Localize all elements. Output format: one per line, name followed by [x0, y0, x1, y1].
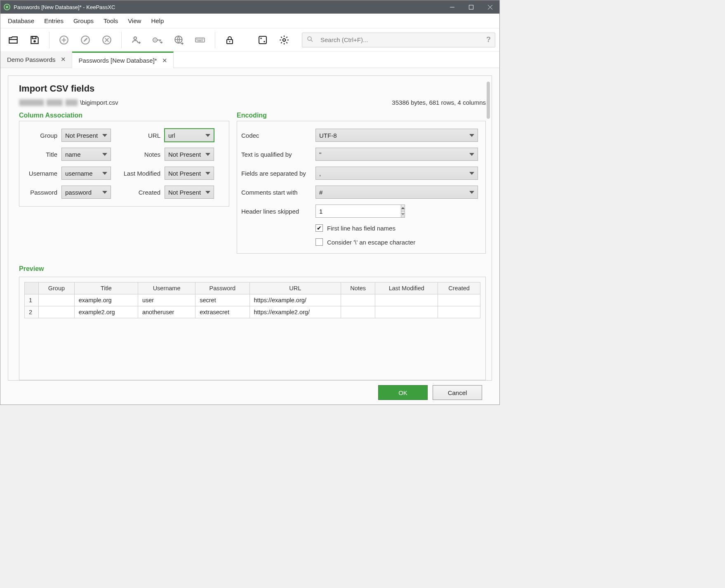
first-line-label: First line has field names: [327, 225, 395, 232]
menu-view[interactable]: View: [124, 15, 145, 27]
lock-db-button[interactable]: [221, 31, 238, 49]
menu-groups[interactable]: Groups: [69, 15, 98, 27]
first-line-checkbox[interactable]: [315, 224, 323, 232]
qualifier-dropdown[interactable]: ": [315, 148, 478, 161]
content-area: Import CSV fields \bigimport.csv 35386 b…: [0, 68, 499, 405]
preview-table: Group Title Username Password URL Notes …: [24, 282, 480, 318]
column-association-label: Column Association: [19, 112, 229, 119]
codec-label: Codec: [241, 132, 311, 139]
import-panel: Import CSV fields \bigimport.csv 35386 b…: [8, 75, 492, 381]
cancel-button[interactable]: Cancel: [433, 385, 482, 400]
copy-url-button[interactable]: [170, 31, 188, 49]
col-password[interactable]: Password: [195, 282, 250, 294]
menu-tools[interactable]: Tools: [99, 15, 122, 27]
search-input[interactable]: [320, 36, 480, 44]
title-dropdown[interactable]: name: [61, 148, 111, 161]
svg-rect-25: [259, 36, 266, 44]
svg-rect-14: [196, 39, 197, 40]
created-label: Created: [115, 189, 160, 196]
svg-point-26: [260, 38, 262, 39]
col-group[interactable]: Group: [39, 282, 75, 294]
table-row[interactable]: 2 example2.org anotheruser extrasecret h…: [25, 306, 480, 318]
col-username[interactable]: Username: [138, 282, 195, 294]
comment-dropdown[interactable]: #: [315, 186, 478, 199]
minimize-button[interactable]: [443, 0, 461, 14]
svg-rect-15: [198, 39, 198, 40]
notes-label: Notes: [115, 151, 160, 158]
password-label: Password: [24, 189, 57, 196]
tab-label: Passwords [New Database]*: [79, 57, 157, 64]
settings-button[interactable]: [275, 31, 293, 49]
group-label: Group: [24, 132, 57, 139]
username-label: Username: [24, 170, 57, 177]
menu-database[interactable]: Database: [4, 15, 38, 27]
chevron-down-icon: [469, 134, 474, 137]
spinner-down[interactable]: [401, 212, 405, 218]
notes-dropdown[interactable]: Not Present: [165, 148, 214, 161]
maximize-button[interactable]: [461, 0, 480, 14]
chevron-down-icon: [102, 153, 107, 156]
svg-rect-5: [33, 36, 36, 38]
password-generator-button[interactable]: [254, 31, 271, 49]
svg-point-9: [134, 37, 137, 40]
help-icon[interactable]: ?: [486, 35, 491, 44]
svg-point-27: [264, 41, 265, 42]
created-dropdown[interactable]: Not Present: [165, 186, 214, 199]
delete-entry-button[interactable]: [98, 31, 115, 49]
svg-rect-17: [200, 39, 201, 40]
header-skip-input[interactable]: [315, 205, 401, 218]
svg-rect-19: [202, 39, 203, 40]
svg-rect-22: [202, 40, 203, 41]
modified-label: Last Modified: [115, 170, 160, 177]
svg-point-24: [229, 41, 231, 42]
window-title: Passwords [New Database]* - KeePassXC: [14, 4, 443, 10]
toolbar: ?: [0, 28, 499, 52]
open-db-button[interactable]: [5, 31, 22, 49]
codec-dropdown[interactable]: UTF-8: [315, 129, 478, 142]
edit-entry-button[interactable]: [77, 31, 94, 49]
ok-button[interactable]: OK: [378, 385, 428, 400]
col-notes[interactable]: Notes: [341, 282, 375, 294]
menu-entries[interactable]: Entries: [40, 15, 68, 27]
separator-dropdown[interactable]: ,: [315, 167, 478, 180]
scrollbar[interactable]: [487, 82, 490, 376]
username-dropdown[interactable]: username: [61, 167, 111, 180]
search-box[interactable]: ?: [302, 33, 495, 47]
save-db-button[interactable]: [26, 31, 43, 49]
escape-label: Consider '\' an escape character: [327, 239, 415, 246]
url-dropdown[interactable]: url: [165, 129, 214, 142]
copy-username-button[interactable]: [127, 31, 145, 49]
button-bar: OK Cancel: [8, 381, 492, 405]
tab-close-icon[interactable]: ✕: [161, 57, 168, 64]
group-dropdown[interactable]: Not Present: [61, 129, 111, 142]
svg-rect-21: [198, 40, 202, 41]
modified-dropdown[interactable]: Not Present: [165, 167, 214, 180]
column-association-fieldset: Group Not Present URL url Title name Not…: [19, 121, 229, 207]
tab-new-database[interactable]: Passwords [New Database]* ✕: [72, 52, 174, 68]
qualifier-label: Text is qualified by: [241, 151, 311, 158]
table-row[interactable]: 1 example.org user secret https://exampl…: [25, 294, 480, 306]
copy-password-button[interactable]: [149, 31, 166, 49]
chevron-down-icon: [469, 191, 474, 194]
col-modified[interactable]: Last Modified: [375, 282, 438, 294]
db-tabs: Demo Passwords ✕ Passwords [New Database…: [0, 52, 499, 68]
title-label: Title: [24, 151, 57, 158]
tab-close-icon[interactable]: ✕: [60, 56, 67, 63]
col-created[interactable]: Created: [438, 282, 480, 294]
svg-rect-16: [199, 39, 200, 40]
new-entry-button[interactable]: [55, 31, 73, 49]
col-url[interactable]: URL: [250, 282, 341, 294]
separator-label: Fields are separated by: [241, 170, 311, 177]
close-button[interactable]: [480, 0, 499, 14]
col-title[interactable]: Title: [74, 282, 138, 294]
menu-help[interactable]: Help: [147, 15, 168, 27]
page-title: Import CSV fields: [19, 83, 486, 94]
tab-demo-passwords[interactable]: Demo Passwords ✕: [0, 51, 72, 68]
chevron-down-icon: [205, 134, 210, 137]
escape-checkbox[interactable]: [315, 238, 323, 246]
svg-point-4: [33, 40, 35, 42]
password-dropdown[interactable]: password: [61, 186, 111, 199]
header-skip-spinner[interactable]: [315, 205, 377, 218]
autotype-button[interactable]: [192, 31, 209, 49]
spinner-up[interactable]: [401, 205, 405, 212]
